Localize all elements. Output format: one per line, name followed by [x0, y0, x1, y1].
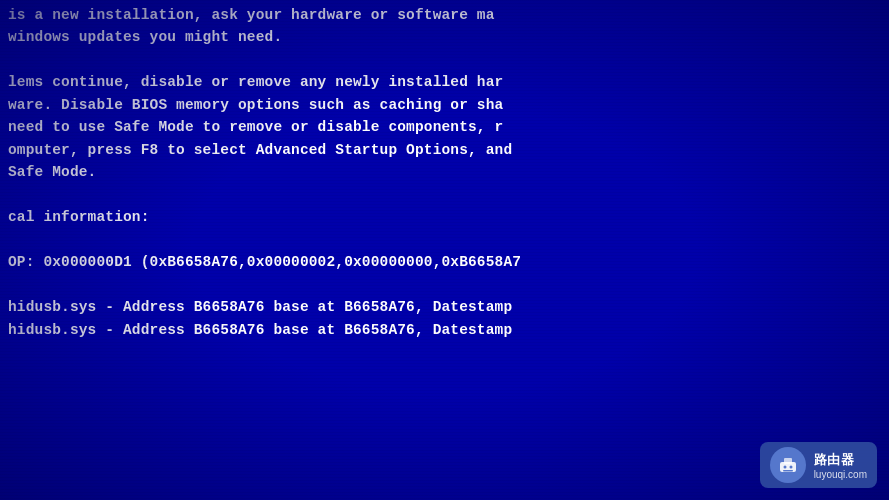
svg-rect-4 [783, 470, 793, 472]
svg-point-3 [789, 466, 792, 469]
bsod-screen: is a new installation, ask your hardware… [0, 0, 889, 500]
svg-point-2 [783, 466, 786, 469]
watermark-sub: luyouqi.com [814, 469, 867, 480]
bsod-text: is a new installation, ask your hardware… [0, 0, 889, 500]
watermark: 路由器 luyouqi.com [760, 442, 877, 488]
watermark-text-block: 路由器 luyouqi.com [814, 451, 867, 480]
watermark-main: 路由器 [814, 451, 867, 469]
svg-rect-1 [784, 458, 792, 464]
watermark-icon [770, 447, 806, 483]
